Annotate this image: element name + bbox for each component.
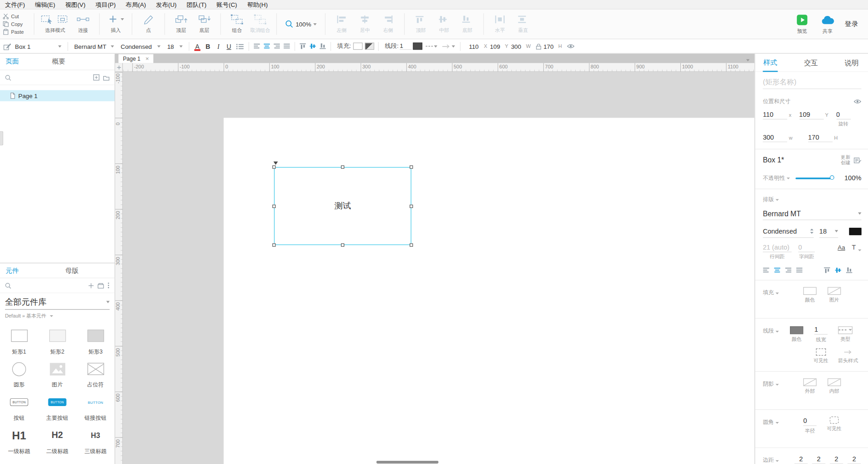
align-right-button[interactable]: 右侧 [377, 13, 399, 39]
widget-item-link-button[interactable]: BUTTON链接按钮 [76, 390, 115, 423]
resize-handle[interactable] [272, 243, 275, 246]
menu-item[interactable]: 发布(U) [151, 0, 182, 9]
arrow-style-button[interactable]: 箭头样式 [835, 349, 861, 365]
text-case-button[interactable]: Aa [838, 244, 845, 251]
pages-search-input[interactable] [15, 74, 90, 81]
italic-button[interactable]: I [213, 41, 224, 51]
text-align-justify-button[interactable] [796, 267, 803, 273]
text-align-center-button[interactable] [774, 267, 781, 273]
font-size-select[interactable]: 18 [164, 41, 186, 52]
padding-bottom-input[interactable] [847, 455, 861, 464]
line-height-input[interactable] [763, 243, 792, 252]
y-input[interactable] [490, 43, 505, 50]
font-size-select[interactable]: 18 [819, 225, 838, 238]
menu-item[interactable]: 编辑(E) [30, 0, 60, 9]
slider-knob[interactable] [830, 175, 834, 180]
align-left-button[interactable]: 左侧 [331, 13, 352, 39]
tab-style[interactable]: 样式 [763, 54, 778, 72]
preview-button[interactable]: 预览 [794, 13, 810, 35]
resize-handle[interactable] [410, 165, 413, 168]
tab-notes[interactable]: 说明 [844, 54, 859, 72]
insert-button[interactable]: 插入 [105, 13, 126, 39]
eye-icon[interactable] [567, 44, 575, 49]
font-family-select[interactable]: Bernard MT [71, 41, 117, 52]
point-button[interactable]: 点 [137, 13, 159, 39]
vertical-align-middle-button[interactable] [835, 267, 842, 273]
align-center-button[interactable]: 居中 [354, 13, 376, 39]
tab-interaction[interactable]: 交互 [804, 54, 819, 72]
underline-button[interactable]: U [224, 41, 234, 51]
menu-item[interactable]: 项目(P) [90, 0, 121, 9]
corner-radius-input[interactable] [803, 417, 816, 426]
widget-item-rect1[interactable]: 矩形1 [0, 323, 38, 356]
widget-item-h3[interactable]: H3三级标题 [76, 422, 115, 456]
padding-left-field[interactable]: 左侧 [794, 455, 809, 464]
library-breadcrumb[interactable]: Default » 基本元件 [5, 313, 110, 320]
page-tree-item-page1[interactable]: Page 1 [0, 90, 115, 101]
more-options-icon[interactable] [107, 282, 110, 289]
line-width-input[interactable] [400, 42, 412, 50]
text-align-left-button[interactable] [253, 43, 260, 49]
vertical-align-bottom-button[interactable] [320, 43, 326, 49]
share-button[interactable]: 共享 [819, 13, 836, 35]
line-type-button[interactable]: 类型 [835, 326, 856, 343]
resize-handle[interactable] [341, 165, 344, 168]
distribute-vertical-button[interactable]: 垂直 [512, 13, 534, 39]
widget-item-placeholder[interactable]: 占位符 [76, 356, 115, 390]
canvas-tab-page1[interactable]: Page 1 × [118, 54, 153, 63]
w-input[interactable] [763, 133, 787, 142]
fill-color-swatch[interactable] [353, 42, 363, 50]
tab-widgets[interactable]: 元件 [5, 266, 19, 276]
widget-item-button[interactable]: BUTTON按钮 [0, 390, 38, 423]
login-button[interactable]: 登录 [845, 19, 858, 29]
shadow-inner-button[interactable]: 内部 [824, 378, 845, 402]
x-input[interactable] [763, 110, 787, 120]
w-input[interactable] [511, 43, 526, 50]
paste-button[interactable]: Paste [3, 29, 32, 35]
selected-widget[interactable]: 测试 [274, 167, 411, 245]
text-align-right-button[interactable] [785, 267, 792, 273]
widget-item-rect3[interactable]: 矩形3 [76, 323, 115, 356]
style-update-create[interactable]: 更新 创建 [841, 155, 851, 165]
tab-masters[interactable]: 母版 [65, 266, 79, 276]
fill-gradient-swatch[interactable] [365, 42, 374, 50]
resize-handle[interactable] [410, 204, 413, 208]
letter-spacing-input[interactable] [798, 243, 815, 252]
connect-button[interactable]: 连接 [72, 13, 94, 39]
text-align-center-button[interactable] [263, 43, 270, 49]
lock-icon[interactable] [536, 43, 541, 50]
add-library-icon[interactable] [88, 282, 94, 288]
close-icon[interactable]: × [145, 56, 149, 61]
zoom-control[interactable]: 100% [279, 10, 323, 39]
vertical-align-middle-button[interactable] [310, 43, 316, 49]
resize-handle[interactable] [272, 204, 275, 208]
line-width-input[interactable] [814, 325, 827, 335]
horizontal-scrollbar-thumb[interactable] [376, 461, 438, 464]
menu-item[interactable]: 文件(F) [0, 0, 30, 9]
align-bottom-button[interactable]: 底部 [456, 13, 478, 39]
menu-item[interactable]: 帮助(H) [242, 0, 273, 9]
text-align-right-button[interactable] [274, 43, 280, 49]
menu-item[interactable]: 团队(T) [182, 0, 212, 9]
tab-outline[interactable]: 概要 [52, 57, 65, 67]
fill-color-button[interactable]: 颜色 [800, 287, 821, 311]
align-middle-button[interactable]: 中部 [433, 13, 455, 39]
widgets-search-input[interactable] [15, 282, 85, 289]
resize-handle[interactable] [410, 243, 413, 246]
align-top-button[interactable]: 顶部 [410, 13, 431, 39]
padding-top-field[interactable]: 顶部 [811, 455, 826, 464]
vertical-align-top-button[interactable] [300, 43, 306, 49]
padding-bottom-field[interactable]: 底部 [847, 455, 862, 464]
line-color-swatch[interactable] [413, 42, 423, 50]
font-color-button[interactable]: A [192, 41, 203, 51]
corner-visibility-button[interactable]: 可见性 [824, 417, 845, 441]
rotate-input[interactable] [836, 110, 851, 120]
font-style-select[interactable]: Condensed [117, 41, 164, 52]
text-transform-button[interactable]: T [852, 243, 861, 251]
shadow-outer-button[interactable]: 外部 [800, 378, 821, 402]
vertical-align-top-button[interactable] [824, 267, 831, 273]
line-color-button[interactable]: 颜色 [786, 326, 807, 343]
distribute-horizontal-button[interactable]: 水平 [489, 13, 511, 39]
corner-radius-field[interactable]: 半径 [800, 417, 821, 441]
padding-left-input[interactable] [794, 455, 808, 464]
